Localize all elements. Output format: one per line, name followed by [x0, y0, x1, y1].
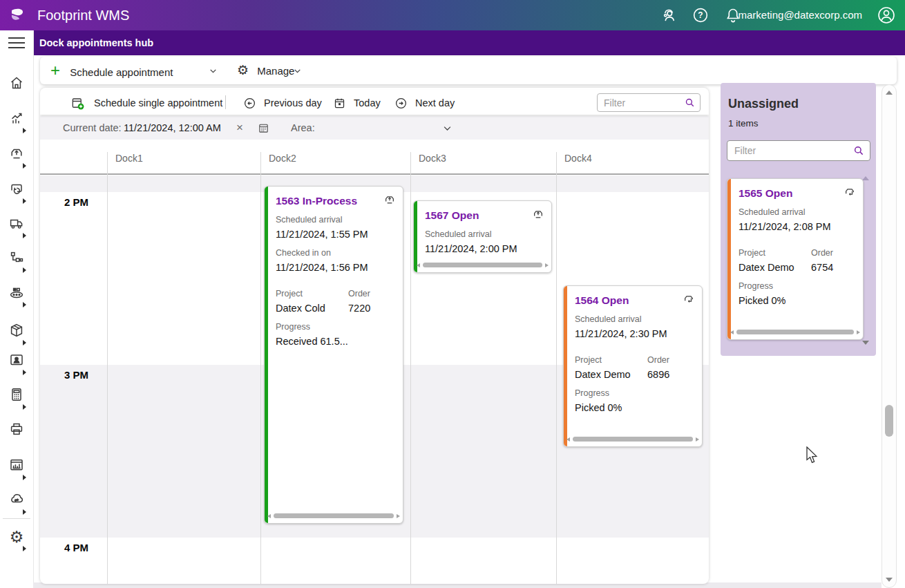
menu-hamburger-icon[interactable] [8, 37, 25, 50]
panel-scroll-up-icon[interactable] [862, 176, 869, 180]
sidebar-item-shipping-truck[interactable] [0, 215, 33, 240]
scroll-right-icon[interactable] [696, 437, 699, 442]
today-label: Today [354, 97, 381, 108]
scroll-left-icon[interactable] [730, 330, 734, 334]
appointment-card-1564[interactable]: 1564 Open Scheduled arrival 11/21/2024, … [563, 285, 703, 447]
page-title: Dock appointments hub [39, 30, 153, 55]
horizontal-scrollbar[interactable] [736, 330, 854, 334]
outbound-box-icon [531, 207, 545, 221]
sidebar-item-calculator[interactable] [0, 386, 33, 411]
previous-day-label: Previous day [264, 97, 322, 108]
scroll-left-icon[interactable] [417, 263, 420, 267]
sidebar-item-cloud-sync[interactable] [0, 491, 33, 516]
panel-scroll-down-icon[interactable] [862, 341, 869, 345]
today-button[interactable]: Today [333, 90, 381, 115]
plus-icon: + [50, 61, 60, 79]
sidebar-item-inventory-package[interactable] [0, 322, 33, 347]
dock-appointments-hub-screen: Footprint WMS ? marketing@datexcorp.com [0, 0, 905, 588]
sidebar-item-workflow[interactable] [0, 249, 33, 274]
dock-column-header: Dock1 [115, 153, 143, 164]
progress-label: Progress [276, 322, 392, 332]
svg-text:?: ? [698, 10, 703, 20]
schedule-appointment-button[interactable]: + Schedule appointment [50, 57, 173, 84]
report-chart-icon [8, 457, 25, 473]
sidebar-item-outbound[interactable] [0, 145, 33, 170]
inbound-returns-icon [8, 180, 25, 197]
scroll-right-icon[interactable] [857, 330, 860, 334]
search-icon[interactable] [852, 144, 865, 157]
appointment-card-1565[interactable]: 1565 Open Scheduled arrival 11/21/2024, … [727, 178, 864, 340]
status-accent-green [414, 201, 417, 272]
status-accent-orange [564, 286, 567, 446]
next-day-label: Next day [415, 97, 455, 108]
status-accent-green [265, 187, 268, 523]
project-label: Project [575, 355, 647, 366]
scroll-left-icon[interactable] [566, 437, 570, 442]
appointment-card-1567[interactable]: 1567 Open Scheduled arrival 11/21/2024, … [413, 200, 552, 273]
support-agent-icon[interactable] [660, 6, 678, 24]
scrollbar-down-icon[interactable] [886, 578, 893, 582]
sidebar-item-printer[interactable] [0, 421, 33, 446]
manage-chevron-icon[interactable] [293, 66, 302, 75]
order-label: Order [647, 355, 669, 366]
scheduled-arrival-label: Scheduled arrival [425, 229, 540, 240]
horizontal-scrollbar[interactable] [423, 263, 542, 267]
clear-date-icon[interactable]: × [236, 116, 243, 140]
scheduled-arrival-value: 11/21/2024, 2:00 PM [425, 243, 540, 255]
calendar-add-icon [70, 96, 85, 111]
appointment-title: 1563 In-Process [276, 195, 382, 207]
sidebar-item-settings[interactable]: ⚙ [0, 528, 33, 553]
scroll-left-icon[interactable] [267, 514, 271, 518]
search-icon[interactable] [684, 97, 696, 108]
progress-value: Received 61.5... [276, 335, 392, 348]
appointment-title: 1564 Open [575, 294, 681, 307]
help-icon[interactable]: ? [692, 6, 709, 24]
horizontal-scrollbar[interactable] [573, 437, 693, 442]
project-value: Datex Demo [739, 261, 811, 274]
schedule-single-appointment-button[interactable]: Schedule single appointment [70, 90, 222, 115]
scrollbar-thumb[interactable] [885, 405, 893, 437]
scheduled-arrival-label: Scheduled arrival [739, 207, 852, 218]
checked-in-value: 11/21/2024, 1:56 PM [276, 261, 392, 274]
previous-day-button[interactable]: Previous day [243, 90, 322, 115]
package-icon [8, 322, 25, 339]
scrollbar-up-icon[interactable] [886, 91, 893, 95]
current-date-bar: Current date: 11/21/2024, 12:00 AM × Are… [40, 116, 709, 140]
scroll-right-icon[interactable] [397, 514, 400, 518]
scheduled-arrival-value: 11/21/2024, 2:08 PM [739, 220, 852, 233]
outbound-box-icon [383, 193, 397, 207]
sidebar-item-reports[interactable] [0, 457, 33, 482]
sidebar-item-home[interactable] [0, 75, 33, 99]
schedule-appointment-chevron-icon[interactable] [209, 66, 218, 75]
user-email[interactable]: marketing@datexcorp.com [739, 0, 862, 30]
date-picker-icon[interactable] [258, 122, 269, 134]
next-day-button[interactable]: Next day [394, 90, 455, 115]
area-select[interactable] [291, 116, 457, 140]
left-nav-sidebar: ⚙ [0, 30, 34, 588]
account-icon[interactable] [877, 6, 896, 25]
manage-label: Manage [257, 65, 294, 77]
checked-in-label: Checked in on [276, 248, 392, 258]
project-value: Datex Demo [575, 368, 647, 381]
appointment-card-1563[interactable]: 1563 In-Process Scheduled arrival 11/21/… [264, 186, 403, 524]
sidebar-item-conveyor[interactable] [0, 284, 33, 309]
sidebar-item-contacts[interactable] [0, 352, 33, 377]
scroll-right-icon[interactable] [545, 263, 549, 267]
truck-icon [8, 215, 25, 231]
unassigned-filter-input[interactable] [727, 140, 870, 161]
sidebar-item-analytics[interactable] [0, 110, 33, 135]
page-vertical-scrollbar[interactable] [882, 84, 897, 588]
grid-line [410, 152, 411, 584]
progress-label: Progress [575, 388, 691, 399]
grid-line [556, 152, 557, 584]
unassigned-panel: Unassigned 1 items 1565 Open Scheduled a… [721, 83, 876, 356]
horizontal-scrollbar[interactable] [274, 513, 394, 518]
time-slot-label: 3 PM [64, 369, 88, 381]
scheduler-toolbar: Schedule single appointment Previous day… [40, 90, 709, 115]
current-date-value[interactable]: 11/21/2024, 12:00 AM [124, 116, 221, 140]
manage-button[interactable]: ⚙ Manage [237, 57, 294, 84]
project-label: Project [739, 248, 811, 258]
order-value: 6754 [811, 261, 833, 274]
sidebar-item-inbound-returns[interactable] [0, 180, 33, 205]
app-title: Footprint WMS [37, 0, 129, 30]
